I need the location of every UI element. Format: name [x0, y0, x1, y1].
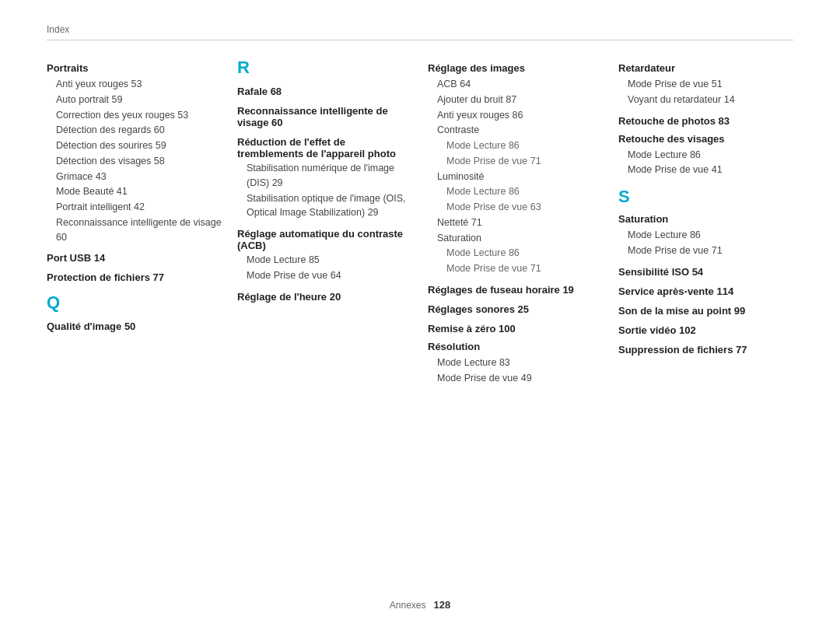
list-item: Ajouter du bruit 87 — [428, 93, 603, 107]
letter-S: S — [618, 187, 793, 207]
bold-entry: Réglage automatique du contraste (ACB) — [237, 228, 412, 251]
bold-entry: Reconnaissance intelligente de visage 60 — [237, 105, 412, 128]
letter-R: R — [237, 58, 412, 78]
column-col3: Réglage des imagesACB 64Ajouter du bruit… — [428, 56, 603, 386]
bold-entry: Sensibilité ISO 54 — [618, 266, 793, 278]
header-label: Index — [47, 24, 69, 35]
list-item: Contraste — [428, 123, 603, 138]
bold-entry: Réglages de fuseau horaire 19 — [428, 284, 603, 296]
list-item: Mode Prise de vue 63 — [428, 200, 603, 215]
page-header: Index — [47, 23, 793, 40]
list-item: Netteté 71 — [428, 215, 603, 230]
section-title: Saturation — [618, 213, 793, 225]
bold-entry: Port USB 14 — [47, 252, 222, 264]
list-item: Détection des regards 60 — [47, 123, 222, 138]
list-item: Mode Prise de vue 51 — [618, 77, 793, 92]
list-item: Mode Lecture 86 — [428, 246, 603, 261]
list-item: Mode Lecture 86 — [618, 228, 793, 243]
bold-entry: Réglage de l'heure 20 — [237, 291, 412, 303]
list-item: Mode Prise de vue 71 — [428, 154, 603, 169]
bold-entry: Son de la mise au point 99 — [618, 305, 793, 317]
list-item: Mode Prise de vue 71 — [618, 243, 793, 258]
footer-prefix: Annexes — [390, 600, 426, 611]
list-item: Portrait intelligent 42 — [47, 200, 222, 215]
bold-entry: Protection de fichiers 77 — [47, 271, 222, 283]
bold-entry: Qualité d'image 50 — [47, 321, 222, 332]
section-title: Réglage des images — [428, 62, 603, 74]
list-item: Mode Prise de vue 49 — [428, 371, 603, 386]
bold-entry: Service après-vente 114 — [618, 285, 793, 297]
list-item: Anti yeux rouges 86 — [428, 108, 603, 123]
column-col2: RRafale 68Reconnaissance intelligente de… — [237, 56, 412, 304]
column-col1: PortraitsAnti yeux rouges 53Auto portrai… — [47, 56, 222, 334]
bold-entry: Réduction de l'effet de tremblements de … — [237, 136, 412, 159]
column-col4: RetardateurMode Prise de vue 51Voyant du… — [618, 56, 793, 357]
list-item: Mode Lecture 83 — [428, 356, 603, 370]
list-item: Luminosité — [428, 170, 603, 184]
list-item: Grimace 43 — [47, 170, 222, 184]
list-item: Mode Prise de vue 71 — [428, 261, 603, 276]
page-footer: Annexes 128 — [0, 599, 840, 611]
bold-entry: Retouche de photos 83 — [618, 115, 793, 127]
list-item: Mode Prise de vue 41 — [618, 163, 793, 177]
section-title: Résolution — [428, 341, 603, 352]
list-item: Reconnaissance intelligente de visage 60 — [47, 215, 222, 245]
bold-entry: Sortie vidéo 102 — [618, 324, 793, 336]
section-title: Retouche des visages — [618, 133, 793, 145]
list-item: Mode Lecture 85 — [237, 253, 412, 268]
list-item: Détection des sourires 59 — [47, 138, 222, 153]
list-item: Correction des yeux rouges 53 — [47, 108, 222, 123]
list-item: Stabilisation optique de l'image (OIS, O… — [237, 191, 412, 221]
page-number: 128 — [434, 599, 451, 611]
bold-entry: Rafale 68 — [237, 86, 412, 97]
section-title: Portraits — [47, 62, 222, 74]
index-content: PortraitsAnti yeux rouges 53Auto portrai… — [47, 56, 793, 386]
bold-entry: Suppression de fichiers 77 — [618, 344, 793, 356]
section-title: Retardateur — [618, 62, 793, 74]
list-item: Saturation — [428, 231, 603, 246]
list-item: Mode Lecture 86 — [428, 138, 603, 153]
bold-entry: Réglages sonores 25 — [428, 303, 603, 315]
list-item: ACB 64 — [428, 77, 603, 92]
list-item: Auto portrait 59 — [47, 93, 222, 107]
bold-entry: Remise à zéro 100 — [428, 323, 603, 335]
list-item: Voyant du retardateur 14 — [618, 93, 793, 107]
letter-Q: Q — [47, 292, 222, 313]
page: Index PortraitsAnti yeux rouges 53Auto p… — [0, 0, 840, 634]
list-item: Anti yeux rouges 53 — [47, 77, 222, 92]
list-item: Stabilisation numérique de l'image (DIS)… — [237, 161, 412, 191]
list-item: Mode Lecture 86 — [428, 184, 603, 199]
list-item: Mode Beauté 41 — [47, 184, 222, 199]
list-item: Détection des visages 58 — [47, 154, 222, 169]
list-item: Mode Prise de vue 64 — [237, 268, 412, 283]
list-item: Mode Lecture 86 — [618, 148, 793, 163]
